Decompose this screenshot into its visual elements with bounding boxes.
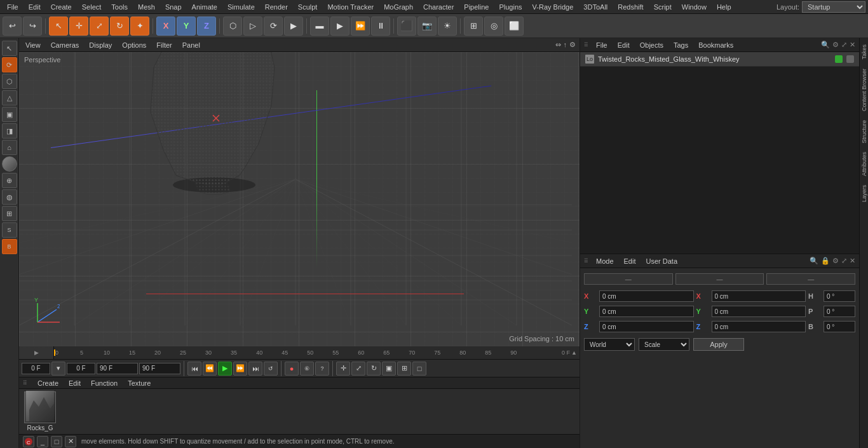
obj-menu-edit[interactable]: Edit xyxy=(615,41,632,50)
attr-tab-pos[interactable]: — xyxy=(584,273,673,285)
obj-visibility-dot[interactable] xyxy=(835,55,843,63)
toolbar-x-axis[interactable]: X xyxy=(156,17,175,36)
sidebar-select-model[interactable]: ↖ xyxy=(2,41,17,56)
obj-resize-icon[interactable]: ⤢ xyxy=(841,41,847,49)
transport-prev[interactable]: ⏪ xyxy=(203,362,217,376)
attr-resize-icon[interactable]: ⤢ xyxy=(841,257,847,265)
attr-input-y-rot[interactable] xyxy=(712,306,806,317)
world-dropdown[interactable]: World Object xyxy=(584,338,635,351)
sidebar-uv-mode[interactable]: ◨ xyxy=(2,123,17,139)
transport-move2[interactable]: ✛ xyxy=(336,362,350,376)
menu-script[interactable]: Script xyxy=(649,2,676,12)
sidebar-rotate[interactable]: ⟳ xyxy=(2,57,17,72)
status-minimize[interactable]: _ xyxy=(37,436,48,447)
material-menu-function[interactable]: Function xyxy=(88,379,120,388)
material-item[interactable]: Rocks_G xyxy=(24,391,56,431)
menu-redshift[interactable]: Redshift xyxy=(613,2,648,12)
material-menu-texture[interactable]: Texture xyxy=(125,379,153,388)
transport-scale2[interactable]: ⤢ xyxy=(351,362,365,376)
attr-input-p[interactable] xyxy=(824,306,855,317)
toolbar-cube[interactable]: ⬛ xyxy=(397,17,416,36)
toolbar-rotate[interactable]: ↻ xyxy=(110,17,129,36)
attr-input-z-pos[interactable] xyxy=(599,321,694,332)
toolbar-poly-mode[interactable]: ▶ xyxy=(284,17,303,36)
toolbar-y-axis[interactable]: Y xyxy=(177,17,196,36)
transport-help[interactable]: ? xyxy=(315,362,329,376)
toolbar-move[interactable]: ✛ xyxy=(69,17,88,36)
obj-close-icon[interactable]: ✕ xyxy=(850,41,855,49)
material-menu-edit[interactable]: Edit xyxy=(66,379,83,388)
transport-arrow-down[interactable]: ▾ xyxy=(51,362,65,376)
toolbar-undo[interactable]: ↩ xyxy=(3,17,22,36)
strip-tab-takes[interactable]: Takes xyxy=(860,41,868,64)
toolbar-snapping[interactable]: ◎ xyxy=(484,17,503,36)
obj-settings-icon[interactable]: ⚙ xyxy=(832,41,839,49)
menu-create[interactable]: Create xyxy=(46,2,76,12)
status-close[interactable]: ✕ xyxy=(65,436,76,447)
toolbar-render-pic[interactable]: ▶ xyxy=(330,17,349,36)
apply-button[interactable]: Apply xyxy=(693,338,744,351)
strip-tab-structure[interactable]: Structure xyxy=(860,116,868,147)
menu-motion-tracker[interactable]: Motion Tracker xyxy=(323,2,378,12)
viewport-menu-filter[interactable]: Filter xyxy=(154,41,174,50)
viewport-icon-lock[interactable]: ↑ xyxy=(564,41,567,49)
transport-floor2[interactable]: □ xyxy=(412,362,426,376)
toolbar-render-to-po[interactable]: ⏩ xyxy=(351,17,370,36)
menu-snap[interactable]: Snap xyxy=(161,2,186,12)
viewport-icon-resize[interactable]: ⇔ xyxy=(555,41,561,49)
obj-menu-file[interactable]: File xyxy=(593,41,610,50)
sidebar-array[interactable]: ⊞ xyxy=(2,206,17,221)
attr-close-icon[interactable]: ✕ xyxy=(850,257,855,265)
menu-help[interactable]: Help xyxy=(712,2,736,12)
attr-input-x-pos[interactable] xyxy=(599,290,694,302)
transport-keyframe[interactable]: ⑥ xyxy=(300,362,314,376)
obj-menu-tags[interactable]: Tags xyxy=(671,41,691,50)
menu-character[interactable]: Character xyxy=(419,2,458,12)
transport-record[interactable]: ● xyxy=(285,362,299,376)
menu-tools[interactable]: Tools xyxy=(107,2,132,12)
attr-menu-mode[interactable]: Mode xyxy=(593,257,616,266)
status-maximize[interactable]: □ xyxy=(51,436,62,447)
attr-search-icon[interactable]: 🔍 xyxy=(810,257,818,265)
sidebar-sculpt[interactable]: ⌂ xyxy=(2,140,17,155)
transport-grid[interactable]: ▣ xyxy=(382,362,396,376)
transport-prev-frame[interactable] xyxy=(67,363,95,374)
menu-render[interactable]: Render xyxy=(261,2,292,12)
material-menu-create[interactable]: Create xyxy=(35,379,61,388)
sidebar-poly-mode[interactable]: ▣ xyxy=(2,107,17,122)
strip-tab-layers[interactable]: Layers xyxy=(860,181,868,206)
menu-simulate[interactable]: Simulate xyxy=(223,2,259,12)
sidebar-symmetry[interactable]: ◍ xyxy=(2,189,17,205)
sidebar-texture[interactable]: ⊕ xyxy=(2,173,17,188)
menu-3dtoall[interactable]: 3DToAll xyxy=(579,2,612,12)
attr-menu-edit[interactable]: Edit xyxy=(621,257,639,266)
transport-loop[interactable]: ↺ xyxy=(264,362,278,376)
attr-tab-scale[interactable]: — xyxy=(766,273,855,285)
toolbar-scale[interactable]: ⤢ xyxy=(90,17,109,36)
attr-input-y-pos[interactable] xyxy=(599,306,694,317)
menu-window[interactable]: Window xyxy=(677,2,711,12)
attr-lock-icon[interactable]: 🔒 xyxy=(821,257,830,265)
layout-dropdown[interactable]: Startup xyxy=(802,1,865,13)
menu-mesh[interactable]: Mesh xyxy=(133,2,159,12)
transport-start-frame[interactable] xyxy=(22,363,50,374)
attr-input-b[interactable] xyxy=(824,321,855,332)
transport-go-start[interactable]: ⏮ xyxy=(187,362,201,376)
menu-sculpt[interactable]: Sculpt xyxy=(294,2,322,12)
attr-menu-userdata[interactable]: User Data xyxy=(644,257,681,266)
toolbar-grid[interactable]: ⊞ xyxy=(464,17,483,36)
toolbar-camera[interactable]: 📷 xyxy=(417,17,437,36)
viewport-menu-options[interactable]: Options xyxy=(119,41,149,50)
viewport-canvas[interactable]: Perspective xyxy=(19,52,580,346)
transport-go-end[interactable]: ⏭ xyxy=(248,362,262,376)
toolbar-redo[interactable]: ↪ xyxy=(23,17,42,36)
attr-input-z-rot[interactable] xyxy=(712,321,806,332)
timeline-ruler[interactable]: ▶ 0 5 10 15 20 25 30 35 40 45 50 55 60 xyxy=(19,346,580,359)
transport-rotate2[interactable]: ↻ xyxy=(367,362,381,376)
viewport-menu-panel[interactable]: Panel xyxy=(180,41,203,50)
menu-select[interactable]: Select xyxy=(78,2,106,12)
sidebar-edge-mode[interactable]: △ xyxy=(2,90,17,105)
transport-play[interactable]: ▶ xyxy=(218,362,232,376)
transport-snap2[interactable]: ⊞ xyxy=(397,362,411,376)
transport-next[interactable]: ⏩ xyxy=(233,362,247,376)
